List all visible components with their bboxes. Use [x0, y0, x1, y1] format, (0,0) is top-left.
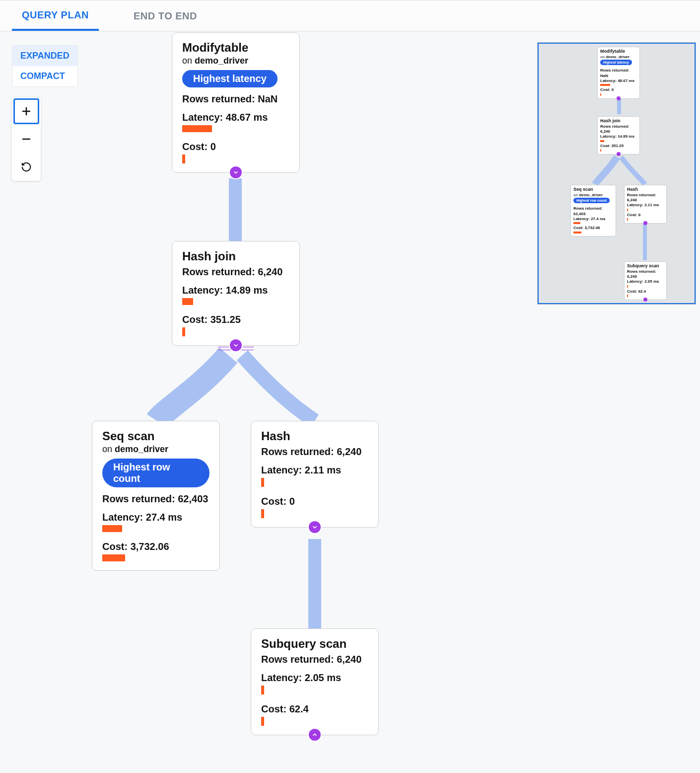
cost-bar	[261, 717, 264, 726]
node-hash-join[interactable]: Hash join Rows returned: 6,240 Latency: …	[172, 241, 300, 346]
mini-node-modifytable: Modifytable on demo_driver Highest laten…	[597, 47, 640, 99]
badge-highest-latency: Highest latency	[182, 70, 278, 87]
rows-returned: Rows returned: 6,240	[182, 266, 289, 278]
chevron-down-icon	[311, 524, 318, 531]
node-title: Hash join	[182, 249, 289, 263]
cost-value: Cost: 0	[182, 141, 289, 153]
latency-bar	[102, 525, 122, 532]
node-subtitle: on demo_driver	[102, 444, 210, 455]
rows-returned: Rows returned: NaN	[182, 93, 289, 105]
latency-bar	[261, 686, 264, 695]
rows-returned: Rows returned: 62,403	[102, 493, 210, 505]
chevron-down-icon	[232, 342, 239, 349]
tab-bar: QUERY PLAN END TO END	[0, 0, 700, 31]
mini-node-hashjoin: Hash join Rows returned: 6,240 Latency: …	[597, 116, 640, 155]
chevron-down-icon	[232, 169, 239, 176]
collapse-toggle[interactable]	[309, 521, 321, 533]
latency-bar	[182, 125, 212, 132]
cost-value: Cost: 351.25	[182, 314, 289, 325]
chevron-up-icon	[311, 731, 318, 738]
node-hash[interactable]: Hash Rows returned: 6,240 Latency: 2.11 …	[251, 421, 379, 528]
latency-value: Latency: 27.4 ms	[102, 512, 210, 523]
cost-value: Cost: 62.4	[261, 703, 368, 715]
badge-highest-row-count: Highest row count	[102, 459, 210, 487]
node-title: Hash	[261, 429, 368, 443]
latency-value: Latency: 14.89 ms	[182, 285, 289, 296]
expand-toggle[interactable]	[309, 729, 321, 741]
latency-bar	[261, 478, 264, 487]
node-subquery-scan[interactable]: Subquery scan Rows returned: 6,240 Laten…	[251, 628, 379, 735]
tab-query-plan[interactable]: QUERY PLAN	[12, 0, 99, 31]
node-seq-scan[interactable]: Seq scan on demo_driver Highest row coun…	[92, 421, 220, 571]
latency-value: Latency: 48.67 ms	[182, 112, 289, 123]
latency-value: Latency: 2.11 ms	[261, 464, 368, 476]
page: QUERY PLAN END TO END EXPANDED COMPACT	[0, 0, 700, 773]
tab-end-to-end[interactable]: END TO END	[124, 1, 207, 30]
node-subtitle: on demo_driver	[182, 56, 289, 66]
node-title: Subquery scan	[261, 637, 368, 651]
cost-value: Cost: 3,732.06	[102, 541, 210, 552]
node-title: Seq scan	[102, 429, 210, 443]
cost-bar	[182, 327, 185, 336]
rows-returned: Rows returned: 6,240	[261, 654, 368, 665]
mini-node-subquery: Subquery scan Rows returned: 6,240 Laten…	[624, 261, 667, 300]
rows-returned: Rows returned: 6,240	[261, 446, 368, 458]
latency-bar	[182, 298, 193, 305]
node-modifytable[interactable]: Modifytable on demo_driver Highest laten…	[172, 32, 300, 173]
cost-bar	[182, 155, 185, 163]
collapse-toggle[interactable]	[230, 339, 242, 351]
cost-value: Cost: 0	[261, 496, 368, 507]
mini-node-hash: Hash Rows returned: 6,240 Latency: 2.11 …	[624, 185, 667, 224]
cost-bar	[102, 554, 125, 561]
mini-node-seqscan: Seq scan on demo_driver Highest row coun…	[570, 185, 616, 236]
collapse-toggle[interactable]	[230, 166, 242, 178]
minimap[interactable]: Modifytable on demo_driver Highest laten…	[537, 42, 696, 305]
node-title: Modifytable	[182, 41, 289, 55]
latency-value: Latency: 2.05 ms	[261, 672, 368, 684]
cost-bar	[261, 509, 264, 518]
